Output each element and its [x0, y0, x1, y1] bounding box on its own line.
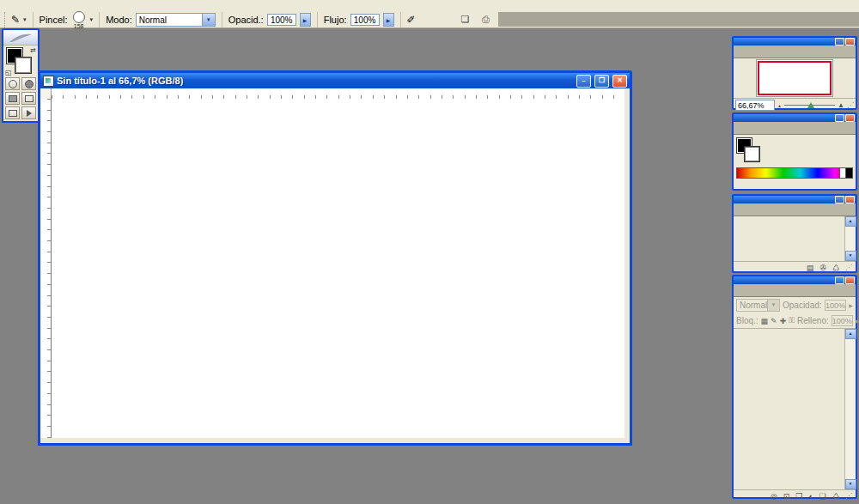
- minimize-button[interactable]: –: [576, 75, 591, 88]
- brush-preview[interactable]: 158: [71, 11, 87, 29]
- print-icon[interactable]: ⎙: [478, 13, 493, 26]
- fullscreen-icon: [9, 110, 17, 117]
- layer-fill-input[interactable]: 100%: [832, 315, 853, 326]
- palette-title-bar[interactable]: [734, 114, 856, 122]
- vertical-ruler: [40, 99, 52, 438]
- quick-mask-icon: [25, 80, 34, 88]
- zoom-in-icon[interactable]: ▲: [838, 101, 844, 109]
- brush-picker[interactable]: Pincel: 158 ▾: [34, 12, 101, 27]
- black-swatch[interactable]: [845, 168, 852, 178]
- jump-to-imageready-button[interactable]: [21, 106, 36, 119]
- tool-preset-picker[interactable]: ✎ ▾: [5, 12, 34, 27]
- flow-spinner[interactable]: ▶: [383, 13, 394, 27]
- brush-size: 158: [74, 23, 84, 29]
- palette-title-bar[interactable]: [734, 196, 856, 203]
- zoom-slider-thumb[interactable]: [807, 102, 814, 108]
- chevron-down-icon: ▼: [767, 300, 779, 311]
- background-color-swatch[interactable]: [15, 58, 31, 73]
- trash-icon[interactable]: ♺: [832, 264, 839, 272]
- standard-screen-button[interactable]: [5, 92, 20, 105]
- resize-grip-icon[interactable]: ⋰: [847, 102, 854, 109]
- navigator-thumbnail[interactable]: [756, 59, 833, 97]
- lock-position-icon[interactable]: ✚: [780, 317, 787, 325]
- scroll-down-icon[interactable]: ▼: [845, 479, 856, 489]
- new-layer-icon[interactable]: ❏: [819, 492, 826, 501]
- opacity-spinner[interactable]: ▶: [849, 302, 853, 308]
- airbrush-icon[interactable]: ✐: [407, 14, 416, 26]
- swap-colors-icon[interactable]: ⇄: [30, 46, 36, 54]
- fullscreen-menubar-button[interactable]: [21, 92, 36, 105]
- close-icon[interactable]: [845, 196, 855, 203]
- minimize-button[interactable]: [835, 114, 844, 122]
- minimize-button[interactable]: [835, 38, 844, 46]
- zoom-slider[interactable]: ▲ ▲: [777, 101, 844, 109]
- new-document-from-state-icon[interactable]: ▤: [807, 264, 814, 272]
- lock-all-icon[interactable]: ⚿: [789, 316, 795, 325]
- brush-label: Pincel:: [40, 15, 68, 25]
- fullscreen-button[interactable]: [5, 106, 20, 119]
- background-color-swatch[interactable]: [745, 147, 759, 161]
- zoom-slider-track[interactable]: [784, 105, 835, 106]
- mode-group: Modo: Normal ▼: [100, 12, 222, 27]
- opacity-label: Opacid.:: [228, 15, 264, 25]
- photoshop-feather-logo: [3, 30, 38, 46]
- standard-screen-icon: [9, 95, 17, 102]
- color-spectrum-bar[interactable]: [736, 167, 853, 179]
- options-bar: ✎ ▾ Pincel: 158 ▾ Modo: Normal ▼ Opacid.…: [0, 12, 859, 28]
- add-layer-mask-icon[interactable]: ⊡: [783, 492, 790, 501]
- menu-bar: [0, 0, 859, 12]
- flow-input[interactable]: 100%: [350, 14, 380, 26]
- layer-opacity-input[interactable]: 100%: [825, 300, 847, 311]
- toolbox: ⇄ ◱: [2, 28, 40, 123]
- mode-select[interactable]: Normal ▼: [136, 13, 216, 27]
- close-icon[interactable]: [845, 276, 855, 284]
- new-group-icon[interactable]: ❐: [795, 492, 802, 501]
- quick-mask-mode-button[interactable]: [21, 77, 36, 90]
- fullscreen-menubar-icon: [25, 95, 34, 102]
- layers-palette: Normal ▼ Opacidad: 100% ▶ Bloq.: ▦ ✎ ✚ ⚿…: [732, 275, 857, 499]
- navigator-view-box[interactable]: [758, 61, 832, 95]
- canvas[interactable]: [52, 99, 624, 438]
- zoom-out-icon[interactable]: ▲: [777, 103, 782, 108]
- default-colors-icon[interactable]: ◱: [5, 69, 12, 76]
- color-swatches: [737, 138, 761, 164]
- history-scrollbar[interactable]: ▲ ▼: [844, 216, 856, 261]
- document-icon: [43, 76, 54, 87]
- palette-well: [498, 12, 859, 27]
- new-snapshot-icon[interactable]: ✇: [819, 264, 826, 272]
- lock-transparency-icon[interactable]: ▦: [761, 317, 769, 325]
- maximize-button[interactable]: ❒: [594, 75, 609, 88]
- new-document-icon[interactable]: ❏: [458, 13, 472, 26]
- chevron-down-icon[interactable]: ▼: [202, 14, 215, 26]
- resize-grip-icon[interactable]: ⋰: [845, 264, 852, 271]
- palette-title-bar[interactable]: [734, 38, 856, 46]
- airbrush-group: ✐: [401, 12, 422, 27]
- resize-grip-icon[interactable]: ⋰: [845, 493, 852, 500]
- fill-spinner[interactable]: ▶: [856, 318, 859, 324]
- minimize-button[interactable]: [835, 196, 844, 203]
- close-button[interactable]: ✕: [612, 75, 627, 88]
- close-icon[interactable]: [845, 114, 855, 122]
- layers-scrollbar[interactable]: ▲ ▼: [844, 329, 856, 489]
- minimize-button[interactable]: [835, 276, 844, 284]
- trash-icon[interactable]: ♺: [832, 492, 839, 501]
- document-title-bar[interactable]: Sin título-1 al 66,7% (RGB/8) – ❒ ✕: [40, 73, 630, 88]
- scroll-up-icon[interactable]: ▲: [845, 216, 856, 227]
- scroll-up-icon[interactable]: ▲: [845, 329, 856, 339]
- document-window: Sin título-1 al 66,7% (RGB/8) – ❒ ✕: [38, 70, 632, 446]
- opacity-spinner[interactable]: ▶: [300, 13, 311, 27]
- opacity-input[interactable]: 100%: [267, 14, 296, 26]
- blend-mode-value: Normal: [740, 301, 767, 310]
- standard-mode-button[interactable]: [5, 77, 20, 90]
- layer-style-icon[interactable]: ◎: [771, 492, 777, 501]
- blend-mode-select[interactable]: Normal ▼: [736, 299, 780, 312]
- imageready-icon: [27, 110, 32, 117]
- brush-shape-icon: [73, 11, 85, 23]
- color-palette: [732, 112, 857, 191]
- scroll-down-icon[interactable]: ▼: [845, 251, 856, 261]
- close-icon[interactable]: [845, 38, 855, 46]
- zoom-level-input[interactable]: 66,67%: [735, 100, 775, 111]
- lock-pixels-icon[interactable]: ✎: [771, 317, 777, 325]
- adjustment-layer-icon[interactable]: ◐: [808, 492, 813, 501]
- palette-title-bar[interactable]: [734, 276, 856, 284]
